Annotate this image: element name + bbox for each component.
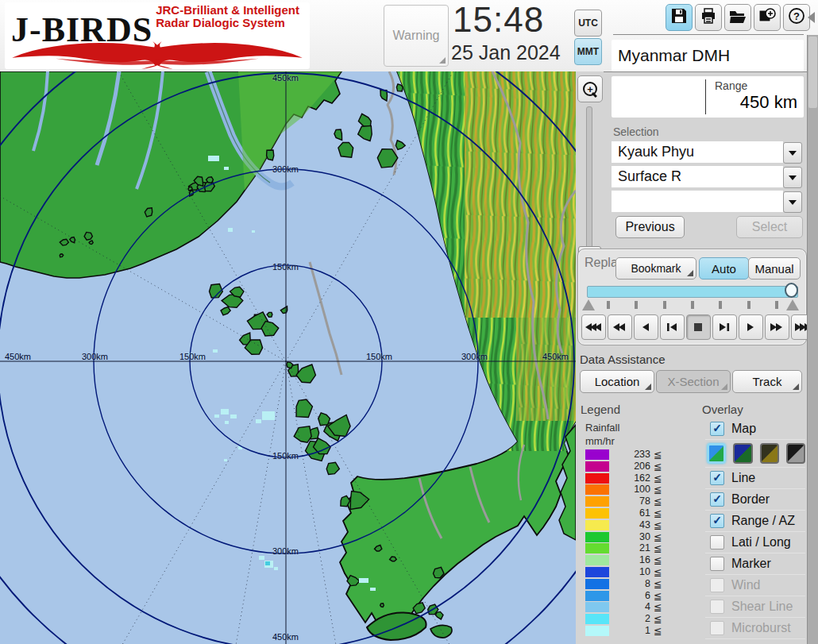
overlay-checklist: MapLineBorderRange / AZLati / LongMarker… — [705, 418, 805, 639]
product-dropdown[interactable]: Surface R — [612, 166, 802, 187]
sidebar-scrollbar[interactable] — [807, 35, 818, 644]
station-name: Myanmar DMH — [612, 40, 804, 71]
legend-value: 8 — [614, 578, 650, 589]
legend-value: 43 — [614, 519, 650, 530]
legend-value: 78 — [614, 496, 650, 507]
checked-checkbox-icon[interactable] — [710, 422, 724, 436]
rew-all-icon — [585, 322, 602, 333]
legend-lte-symbol: ≦ — [654, 625, 662, 637]
option-dropdown[interactable] — [612, 191, 802, 212]
selection-label: Selection — [613, 125, 659, 138]
playback-play-back-button[interactable] — [634, 314, 658, 340]
overlay-item-shear-line[interactable]: Shear Line — [705, 596, 805, 618]
unchecked-checkbox-icon[interactable] — [710, 557, 724, 571]
site-dropdown-value: Kyauk Phyu — [612, 141, 783, 163]
playback-step-fwd-button[interactable] — [712, 314, 737, 340]
site-dropdown[interactable]: Kyauk Phyu — [612, 141, 802, 163]
checked-checkbox-icon[interactable] — [710, 492, 724, 507]
legend-lte-symbol: ≦ — [654, 472, 662, 484]
manual-label: Manual — [754, 262, 793, 276]
bookmark-button[interactable]: Bookmark — [615, 257, 696, 280]
overlay-item-label: Range / AZ — [731, 514, 795, 528]
playback-stop-button[interactable] — [686, 314, 711, 340]
overlay-item-map[interactable]: Map — [705, 418, 805, 440]
tick-mark — [775, 301, 778, 309]
replay-range-end-marker[interactable] — [786, 299, 799, 310]
save-button[interactable] — [666, 4, 693, 31]
toolbar: ? — [666, 4, 810, 31]
legend-value: 162 — [614, 472, 650, 484]
warning-label: Warning — [393, 29, 440, 43]
clock-date: 25 Jan 2024 — [451, 41, 586, 64]
replay-range-start-marker[interactable] — [582, 299, 595, 310]
checked-checkbox-icon[interactable] — [710, 514, 724, 528]
open-button[interactable] — [724, 4, 751, 31]
range-ring-label: 150km — [272, 451, 299, 461]
map-style-1-selected[interactable] — [707, 443, 726, 464]
overlay-item-wind[interactable]: Wind — [705, 575, 805, 596]
product-dropdown-arrow-icon[interactable] — [783, 167, 802, 188]
playback-play-button[interactable] — [739, 314, 763, 340]
map-style-2[interactable] — [733, 443, 752, 464]
unchecked-checkbox-icon[interactable] — [710, 621, 724, 635]
checked-checkbox-icon[interactable] — [710, 471, 724, 485]
overlay-item-label: Map — [731, 422, 756, 436]
playback-step-back-button[interactable] — [660, 314, 685, 340]
overlay-item-marker[interactable]: Marker — [705, 553, 805, 575]
option-dropdown-arrow-icon[interactable] — [783, 191, 802, 213]
overlay-item-line[interactable]: Line — [705, 468, 805, 489]
save-icon — [670, 7, 688, 28]
overlay-item-label: Line — [731, 471, 755, 485]
legend-value: 10 — [614, 566, 650, 577]
radar-map[interactable]: 450km300km150km150km300km450km450km300km… — [0, 71, 576, 644]
sidebar-scrollbar-thumb[interactable] — [808, 37, 817, 108]
x-section-button[interactable]: X-Section — [656, 370, 731, 393]
warning-button[interactable]: Warning — [384, 5, 449, 67]
site-dropdown-arrow-icon[interactable] — [783, 142, 802, 164]
legend-swatch — [585, 567, 609, 577]
legend-value: 6 — [614, 590, 650, 601]
playback-rew-fast-button[interactable] — [608, 314, 632, 340]
location-button[interactable]: Location — [580, 370, 654, 393]
legend-swatch — [585, 484, 609, 495]
overlay-item-microburst[interactable]: Microburst — [705, 618, 805, 639]
range-divider — [705, 79, 706, 114]
unchecked-checkbox-icon[interactable] — [710, 600, 724, 614]
zoom-in-button[interactable]: + — [577, 75, 603, 102]
replay-timeline-track[interactable] — [587, 286, 798, 298]
range-ring-label: 450km — [272, 73, 299, 83]
manual-button[interactable]: Manual — [748, 257, 801, 280]
print-button[interactable] — [695, 4, 722, 31]
playback-rew-all-button[interactable] — [581, 314, 606, 340]
previous-label: Previous — [625, 220, 674, 234]
track-button[interactable]: Track — [732, 370, 802, 393]
utc-button[interactable]: UTC — [574, 10, 602, 37]
playback-ffwd-fast-button[interactable] — [765, 314, 789, 340]
legend-lte-symbol: ≦ — [654, 542, 662, 554]
collapse-panel-icon[interactable] — [808, 12, 815, 23]
overlay-item-range-az[interactable]: Range / AZ — [705, 511, 805, 532]
replay-timeline-handle[interactable] — [785, 283, 798, 298]
tick-mark — [747, 301, 750, 309]
legend-lte-symbol: ≦ — [654, 578, 662, 590]
unchecked-checkbox-icon[interactable] — [710, 578, 724, 592]
map-style-4[interactable] — [786, 443, 805, 464]
unchecked-checkbox-icon[interactable] — [710, 535, 724, 550]
add-button[interactable] — [754, 4, 781, 31]
auto-button[interactable]: Auto — [699, 257, 749, 280]
legend-swatch — [585, 449, 609, 460]
help-button[interactable]: ? — [783, 4, 810, 31]
legend-swatch — [585, 555, 609, 565]
range-ring-label: 150km — [366, 352, 392, 361]
legend-value: 1 — [614, 625, 650, 636]
clock-time: 15:48 — [453, 0, 572, 40]
overlay-item-lati-long[interactable]: Lati / Long — [705, 532, 805, 553]
mmt-button[interactable]: MMT — [574, 38, 602, 65]
overlay-item-border[interactable]: Border — [705, 489, 805, 511]
map-style-3[interactable] — [760, 443, 779, 464]
select-button[interactable]: Select — [736, 216, 803, 238]
legend-value: 16 — [614, 554, 650, 565]
previous-button[interactable]: Previous — [615, 216, 685, 238]
overlay-item-label: Wind — [731, 578, 760, 592]
header-divider — [613, 34, 804, 35]
